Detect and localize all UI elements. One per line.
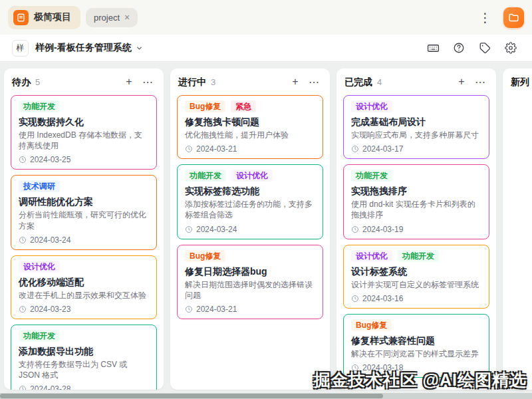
task-card[interactable]: 功能开发实现拖拽排序使用 dnd-kit 实现任务卡片和列表的拖拽排序2024-… xyxy=(343,164,489,239)
column-title: 待办5 xyxy=(12,76,40,88)
card-list: Bug修复紧急修复拖拽卡顿问题优化拖拽性能，提升用户体验2024-03-21功能… xyxy=(170,94,330,326)
column-count: 5 xyxy=(35,77,40,87)
task-description: 实现响应式布局，支持多种屏幕尺寸 xyxy=(351,130,481,140)
clock-icon xyxy=(19,305,27,313)
tag-row: 设计优化 xyxy=(19,261,149,273)
due-date-text: 2024-03-18 xyxy=(362,363,403,372)
tags-button[interactable] xyxy=(475,39,494,57)
column-actions: +⋯ xyxy=(121,74,156,90)
tag-pill: 功能开发 xyxy=(398,250,439,262)
board-column: 新列+⋯ xyxy=(503,68,532,390)
chevron-down-icon xyxy=(136,45,143,52)
clock-icon xyxy=(351,145,359,153)
task-due-date: 2024-03-17 xyxy=(351,144,481,154)
task-title: 调研性能优化方案 xyxy=(19,196,149,208)
column-menu-button[interactable]: ⋯ xyxy=(472,74,488,90)
add-card-button[interactable]: + xyxy=(287,74,303,90)
tab-project[interactable]: project × xyxy=(86,8,138,27)
help-button[interactable] xyxy=(450,39,468,57)
column-header: 已完成4+⋯ xyxy=(336,68,496,94)
tag-row: 设计优化功能开发 xyxy=(351,250,481,262)
due-date-text: 2024-03-17 xyxy=(362,144,403,154)
app-folder-icon[interactable] xyxy=(503,7,524,28)
task-due-date: 2024-03-28 xyxy=(19,384,149,390)
task-title: 实现拖拽排序 xyxy=(351,185,481,198)
task-card[interactable]: 设计优化完成基础布局设计实现响应式布局，支持多种屏幕尺寸2024-03-17 xyxy=(343,95,489,159)
task-card[interactable]: 功能开发添加数据导出功能支持将任务数据导出为 CSV 或 JSON 格式2024… xyxy=(11,325,157,390)
tag-pill: 设计优化 xyxy=(231,170,273,182)
board-title-switcher[interactable]: 样例-看板任务管理系统 xyxy=(35,42,143,54)
due-date-text: 2024-03-16 xyxy=(362,294,403,303)
tag-pill: 设计优化 xyxy=(351,100,392,112)
column-menu-button[interactable]: ⋯ xyxy=(140,74,156,90)
scrollbar-thumb[interactable] xyxy=(0,394,383,398)
tag-row: Bug修复 xyxy=(351,319,481,331)
board-column: 待办5+⋯功能开发实现数据持久化使用 IndexedDB 存储本地数据，支持离线… xyxy=(4,68,164,390)
close-icon[interactable]: × xyxy=(124,13,130,22)
clock-icon xyxy=(351,364,359,372)
gear-icon xyxy=(505,42,517,54)
task-card[interactable]: Bug修复修复样式兼容性问题解决在不同浏览器下的样式显示差异2024-03-18 xyxy=(343,314,489,378)
task-due-date: 2024-03-24 xyxy=(185,225,315,234)
task-card[interactable]: 设计优化优化移动端适配改进在手机上的显示效果和交互体验2024-03-23 xyxy=(11,255,157,319)
column-count: 4 xyxy=(377,77,382,87)
add-card-button[interactable]: + xyxy=(454,74,469,90)
task-description: 使用 IndexedDB 存储本地数据，支持离线使用 xyxy=(19,130,149,151)
due-date-text: 2024-03-21 xyxy=(196,305,237,314)
keyboard-icon xyxy=(427,42,440,55)
task-title: 修复日期选择器bug xyxy=(185,265,315,278)
column-title: 进行中3 xyxy=(178,76,215,88)
app-window: 极简项目 project × ⋮ 样 样例-看板任务管理系统 xyxy=(0,0,532,399)
task-description: 设计并实现可自定义的标签管理系统 xyxy=(351,279,481,290)
due-date-text: 2024-03-28 xyxy=(30,384,70,390)
task-due-date: 2024-03-21 xyxy=(185,305,315,314)
task-title: 实现标签筛选功能 xyxy=(185,185,315,198)
task-due-date: 2024-03-16 xyxy=(351,294,481,303)
tag-row: 功能开发 xyxy=(19,100,149,112)
due-date-text: 2024-03-24 xyxy=(30,235,70,245)
column-actions: +⋯ xyxy=(454,74,488,90)
horizontal-scrollbar[interactable] xyxy=(0,393,532,399)
task-card[interactable]: 功能开发实现数据持久化使用 IndexedDB 存储本地数据，支持离线使用202… xyxy=(11,95,157,170)
clock-icon xyxy=(351,295,359,303)
tab-label: project xyxy=(94,13,120,23)
card-list xyxy=(503,94,532,102)
task-card[interactable]: 功能开发设计优化实现标签筛选功能添加按标签过滤任务的功能，支持多标签组合筛选20… xyxy=(177,164,323,239)
settings-button[interactable] xyxy=(501,39,520,57)
task-description: 解决日期范围选择时偶发的选择错误问题 xyxy=(185,279,315,301)
tag-pill: 设计优化 xyxy=(19,261,60,273)
task-due-date: 2024-03-23 xyxy=(19,305,149,314)
keyboard-shortcuts-button[interactable] xyxy=(424,39,442,57)
task-card[interactable]: 设计优化功能开发设计标签系统设计并实现可自定义的标签管理系统2024-03-16 xyxy=(343,245,489,309)
due-date-text: 2024-03-25 xyxy=(30,155,70,164)
board-toolbar: 样 样例-看板任务管理系统 xyxy=(0,35,532,62)
tag-pill: 功能开发 xyxy=(19,330,60,342)
tag-pill: 紧急 xyxy=(231,100,256,112)
tag-pill: 技术调研 xyxy=(19,180,60,192)
task-card[interactable]: Bug修复修复日期选择器bug解决日期范围选择时偶发的选择错误问题2024-03… xyxy=(177,245,323,319)
tag-pill: 功能开发 xyxy=(185,170,226,182)
due-date-text: 2024-03-23 xyxy=(30,305,70,314)
clock-icon xyxy=(185,305,193,313)
tag-pill: Bug修复 xyxy=(185,250,225,262)
task-title: 实现数据持久化 xyxy=(19,116,149,128)
column-menu-button[interactable]: ⋯ xyxy=(306,74,322,90)
clock-icon xyxy=(19,236,27,244)
board-badge: 样 xyxy=(12,40,29,57)
card-list: 设计优化完成基础布局设计实现响应式布局，支持多种屏幕尺寸2024-03-17功能… xyxy=(336,94,496,384)
task-title: 完成基础布局设计 xyxy=(351,116,481,128)
task-title: 修复拖拽卡顿问题 xyxy=(185,116,315,128)
add-card-button[interactable]: + xyxy=(121,74,137,90)
column-title-text: 待办 xyxy=(12,76,31,87)
app-logo-icon xyxy=(13,10,29,25)
tab-label: 极简项目 xyxy=(34,11,71,23)
tag-row: 技术调研 xyxy=(19,180,149,192)
clock-icon xyxy=(185,225,193,233)
more-menu-icon[interactable]: ⋮ xyxy=(472,10,498,25)
board-title-text: 样例-看板任务管理系统 xyxy=(35,42,132,54)
tab-app-home[interactable]: 极简项目 xyxy=(8,6,80,29)
task-card[interactable]: 技术调研调研性能优化方案分析当前性能瓶颈，研究可行的优化方案2024-03-24 xyxy=(11,175,157,249)
board-column: 进行中3+⋯Bug修复紧急修复拖拽卡顿问题优化拖拽性能，提升用户体验2024-0… xyxy=(170,68,330,390)
task-due-date: 2024-03-21 xyxy=(185,144,315,154)
task-card[interactable]: Bug修复紧急修复拖拽卡顿问题优化拖拽性能，提升用户体验2024-03-21 xyxy=(177,95,323,159)
